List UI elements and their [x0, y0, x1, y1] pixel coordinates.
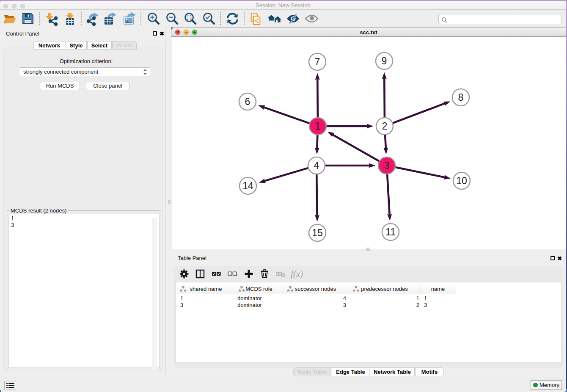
svg-text:f(x): f(x) [291, 269, 303, 279]
svg-text:3: 3 [384, 160, 390, 171]
svg-text:11: 11 [385, 226, 396, 237]
svg-text:9: 9 [382, 55, 387, 66]
svg-text:14: 14 [242, 180, 253, 191]
svg-text:1: 1 [315, 121, 321, 132]
svg-text:2: 2 [382, 121, 388, 132]
svg-text:4: 4 [314, 160, 319, 171]
svg-text:7: 7 [315, 56, 320, 67]
svg-text:6: 6 [245, 96, 250, 107]
svg-text:8: 8 [458, 92, 464, 103]
svg-text:10: 10 [456, 175, 467, 186]
svg-text:15: 15 [312, 227, 323, 238]
